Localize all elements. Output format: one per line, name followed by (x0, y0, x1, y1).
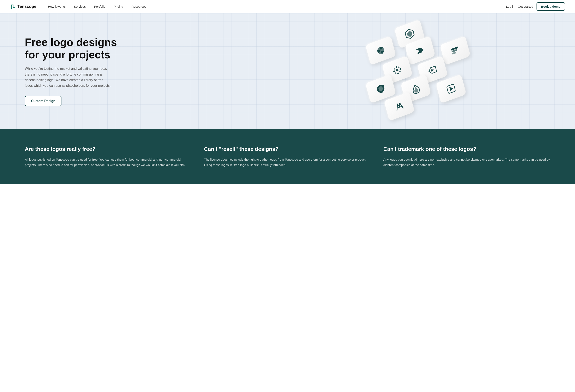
faq-answer-1: All logos published on Tenscope can be u… (25, 157, 192, 168)
logo-tile-4 (440, 36, 471, 65)
faq-item-3: Can I trademark one of these logos? Any … (383, 146, 550, 168)
custom-design-button[interactable]: Custom Design (25, 96, 61, 106)
tile-icon-2 (374, 44, 387, 57)
faq-question-3: Can I trademark one of these logos? (383, 146, 550, 153)
svg-point-7 (397, 72, 399, 74)
svg-point-9 (399, 68, 401, 70)
hero-content: Free logo designs for your projects Whil… (25, 36, 132, 106)
nav-links: How it works Services Portfolio Pricing … (45, 3, 506, 10)
tile-icon-5 (391, 63, 404, 77)
logo-tiles (355, 20, 479, 123)
hero-title: Free logo designs for your projects (25, 36, 132, 61)
faq-item-1: Are these logos really free? All logos p… (25, 146, 192, 168)
hero-description: While you're testing the market and vali… (25, 66, 112, 88)
svg-point-6 (395, 66, 397, 68)
hero-section: Free logo designs for your projects Whil… (0, 13, 575, 129)
nav-link-pricing[interactable]: Pricing (110, 3, 126, 10)
tile-icon-7 (374, 82, 387, 96)
nav-link-resources[interactable]: Resources (128, 3, 150, 10)
faq-section: Are these logos really free? All logos p… (0, 129, 575, 184)
svg-marker-15 (449, 86, 454, 91)
logo-icon (10, 4, 16, 9)
tile-icon-4 (449, 44, 462, 57)
svg-point-12 (395, 72, 396, 74)
logo[interactable]: Tenscope (10, 4, 36, 9)
faq-item-2: Can I "resell" these designs? The licens… (204, 146, 371, 168)
tile-icon-6 (426, 63, 439, 77)
get-started-link[interactable]: Get started (518, 5, 533, 8)
hero-visual (259, 13, 575, 129)
login-link[interactable]: Log in (506, 5, 515, 8)
navbar: Tenscope How it works Services Portfolio… (0, 0, 575, 13)
book-demo-button[interactable]: Book a demo (536, 2, 565, 11)
nav-link-how-it-works[interactable]: How it works (45, 3, 69, 10)
faq-answer-2: The license does not include the right t… (204, 157, 371, 168)
logo-tile-9 (436, 74, 466, 103)
svg-marker-1 (407, 30, 413, 37)
nav-link-services[interactable]: Services (71, 3, 89, 10)
nav-actions: Log in Get started Book a demo (506, 2, 565, 11)
tile-icon-8 (409, 82, 422, 96)
logo-tile-2 (365, 36, 396, 65)
faq-question-1: Are these logos really free? (25, 146, 192, 153)
nav-link-portfolio[interactable]: Portfolio (91, 3, 109, 10)
svg-point-10 (394, 68, 395, 70)
logo-text: Tenscope (17, 4, 36, 9)
tile-icon-1 (403, 27, 416, 41)
svg-point-11 (398, 66, 400, 68)
faq-question-2: Can I "resell" these designs? (204, 146, 371, 153)
svg-point-8 (393, 70, 395, 72)
tile-icon-3 (414, 44, 427, 57)
tile-icon-10 (393, 99, 406, 113)
faq-answer-3: Any logos you download here are non-excl… (383, 157, 550, 168)
svg-point-13 (399, 71, 401, 73)
svg-point-5 (396, 69, 399, 72)
tile-icon-9 (445, 82, 457, 96)
